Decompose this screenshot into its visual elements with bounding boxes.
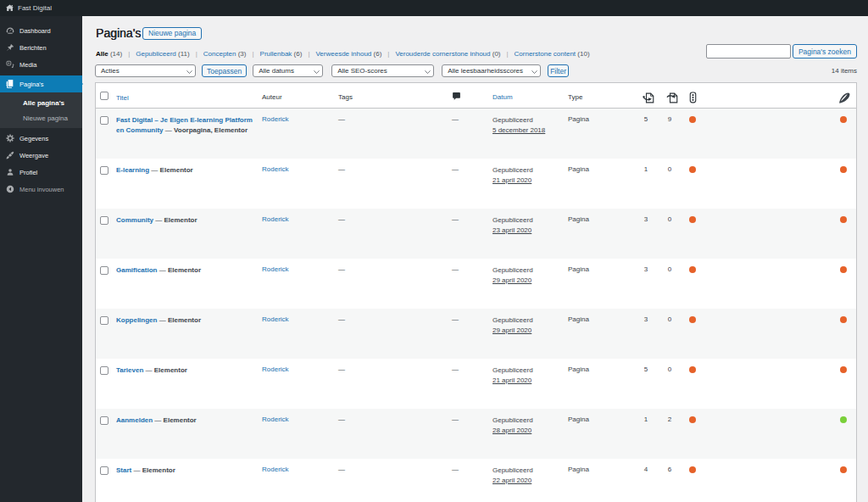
view-link-concepten[interactable]: Concepten bbox=[203, 50, 236, 58]
chevron-down-icon bbox=[425, 67, 431, 73]
sidebar-item-menu-invouwen[interactable]: Menu invouwen bbox=[0, 181, 82, 198]
page-row-start: Start — ElementorRoderick——Gepubliceerd2… bbox=[96, 459, 856, 502]
author-link[interactable]: Roderick bbox=[262, 115, 289, 123]
sidebar-item-weergave[interactable]: Weergave bbox=[0, 147, 82, 164]
row-cell-seo-score bbox=[830, 309, 856, 359]
content-area: Pagina's Nieuwe pagina Pagina's zoeken A… bbox=[82, 16, 868, 502]
table-header-row: TitelAuteurTagsDatumType bbox=[96, 83, 856, 109]
view-link-verweesde-inhoud[interactable]: Verweesde inhoud bbox=[315, 50, 371, 58]
admin-sidebar: DashboardBerichtenMediaPagina'sAlle pagi… bbox=[0, 16, 82, 502]
row-cell-comments: — bbox=[448, 459, 492, 502]
search-input[interactable] bbox=[706, 44, 791, 59]
seo-score-dot bbox=[840, 366, 847, 373]
page-title-link[interactable]: Koppelingen bbox=[116, 316, 157, 324]
sidebar-item-pagina-s[interactable]: Pagina's bbox=[0, 75, 82, 92]
author-link[interactable]: Roderick bbox=[262, 466, 289, 473]
header-cell-author: Auteur bbox=[262, 83, 338, 108]
sort-by-date-link[interactable]: Datum bbox=[492, 93, 513, 101]
author-link[interactable]: Roderick bbox=[262, 315, 289, 323]
row-checkbox[interactable] bbox=[100, 316, 108, 325]
row-cell-seo-score bbox=[830, 409, 856, 459]
admin-bar-site-menu[interactable]: Fast Digital bbox=[0, 0, 58, 16]
row-checkbox[interactable] bbox=[100, 416, 108, 425]
author-link[interactable]: Roderick bbox=[262, 265, 289, 273]
publish-date: 21 april 2020 bbox=[492, 376, 531, 384]
sidebar-item-dashboard[interactable]: Dashboard bbox=[0, 22, 82, 39]
filter-button[interactable]: Filter bbox=[548, 64, 569, 77]
view-filter-links: Alle (14)|Gepubliceerd (11)|Concepten (3… bbox=[96, 50, 590, 58]
page-title-link[interactable]: Community bbox=[116, 216, 153, 224]
publish-date: 5 december 2018 bbox=[492, 126, 545, 134]
view-link-prullenbak[interactable]: Prullenbak bbox=[260, 50, 292, 58]
user-icon bbox=[0, 168, 19, 176]
column-header-tags: Tags bbox=[338, 93, 353, 101]
add-new-page-button[interactable]: Nieuwe pagina bbox=[142, 27, 202, 40]
title-state-separator: — bbox=[153, 416, 163, 424]
row-cell-checkbox bbox=[96, 459, 116, 502]
author-link[interactable]: Roderick bbox=[262, 165, 289, 173]
search-pages-button[interactable]: Pagina's zoeken bbox=[793, 44, 857, 59]
sidebar-item-label: Media bbox=[19, 61, 36, 69]
row-checkbox[interactable] bbox=[100, 166, 108, 175]
page-title-link[interactable]: Tarieven bbox=[116, 366, 143, 374]
publish-date: 28 april 2020 bbox=[492, 427, 531, 434]
row-checkbox[interactable] bbox=[100, 116, 108, 125]
header-cell-date: Datum bbox=[492, 83, 565, 108]
submenu-item-alle-pagina-s[interactable]: Alle pagina's bbox=[0, 95, 82, 110]
sidebar-item-media[interactable]: Media bbox=[0, 56, 82, 73]
row-cell-checkbox bbox=[96, 109, 116, 159]
sidebar-item-berichten[interactable]: Berichten bbox=[0, 39, 82, 56]
tags-empty-dash: — bbox=[338, 265, 345, 273]
tags-empty-dash: — bbox=[338, 416, 345, 423]
header-cell-checkbox bbox=[96, 83, 116, 108]
row-cell-type: Pagina bbox=[565, 109, 633, 159]
row-cell-title: Community — Elementor bbox=[116, 209, 262, 259]
publish-status: Gepubliceerd bbox=[492, 166, 533, 174]
submenu-item-nieuwe-pagina[interactable]: Nieuwe pagina bbox=[0, 110, 82, 126]
comments-empty-dash: — bbox=[452, 215, 459, 223]
view-link-verouderde-cornerstone-inhoud[interactable]: Verouderde cornerstone inhoud bbox=[395, 50, 490, 58]
sort-by-title-link[interactable]: Titel bbox=[116, 94, 129, 102]
apply-button[interactable]: Toepassen bbox=[202, 64, 247, 77]
date-filter-select[interactable]: Alle datums bbox=[253, 64, 323, 77]
row-cell-readability bbox=[681, 409, 704, 459]
select-all-checkbox[interactable] bbox=[100, 92, 108, 100]
row-checkbox[interactable] bbox=[100, 466, 108, 475]
view-separator: | bbox=[246, 50, 259, 58]
admin-bar: Fast Digital bbox=[0, 0, 868, 16]
sidebar-item-gegevens[interactable]: Gegevens bbox=[0, 130, 82, 147]
row-cell-spacer bbox=[704, 459, 830, 502]
date-filter-value: Alle datums bbox=[259, 67, 294, 75]
sidebar-item-profiel[interactable]: Profiel bbox=[0, 164, 82, 181]
view-separator: | bbox=[302, 50, 315, 58]
seo-score-filter-select[interactable]: Alle SEO-scores bbox=[331, 64, 434, 77]
bulk-actions-select[interactable]: Acties bbox=[95, 64, 196, 77]
view-link-gepubliceerd[interactable]: Gepubliceerd bbox=[136, 50, 176, 58]
tags-empty-dash: — bbox=[338, 115, 345, 123]
page-title-link[interactable]: E-learning bbox=[116, 166, 149, 174]
author-link[interactable]: Roderick bbox=[262, 365, 289, 373]
row-cell-checkbox bbox=[96, 209, 116, 259]
row-cell-author: Roderick bbox=[262, 259, 338, 309]
items-count: 14 items bbox=[832, 67, 857, 75]
post-state: Elementor bbox=[168, 266, 201, 274]
row-checkbox[interactable] bbox=[100, 216, 108, 225]
view-link-alle[interactable]: Alle bbox=[96, 50, 108, 58]
page-title-link[interactable]: Gamification bbox=[116, 266, 157, 274]
page-title-link[interactable]: Aanmelden bbox=[116, 416, 153, 424]
author-link[interactable]: Roderick bbox=[262, 215, 289, 223]
row-checkbox[interactable] bbox=[100, 366, 108, 375]
header-cell-spacer bbox=[704, 83, 830, 108]
author-link[interactable]: Roderick bbox=[262, 416, 289, 423]
post-state: Elementor bbox=[164, 216, 197, 224]
post-type: Pagina bbox=[568, 416, 589, 423]
view-link-cornerstone-content[interactable]: Cornerstone content bbox=[515, 50, 576, 58]
row-checkbox[interactable] bbox=[100, 266, 108, 275]
readability-filter-select[interactable]: Alle leesbaarheidsscores bbox=[442, 64, 541, 77]
post-type: Pagina bbox=[568, 115, 589, 123]
row-cell-incoming-links: 5 bbox=[633, 359, 659, 409]
page-title-link[interactable]: Start bbox=[116, 466, 131, 474]
comments-empty-dash: — bbox=[452, 165, 459, 173]
header-cell-type: Type bbox=[565, 83, 633, 108]
row-cell-tags: — bbox=[338, 459, 448, 502]
